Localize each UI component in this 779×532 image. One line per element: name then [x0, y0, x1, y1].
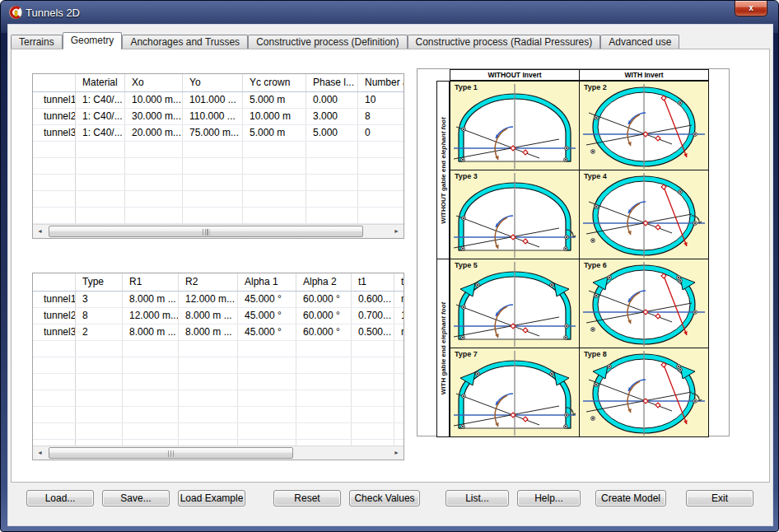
column-header[interactable]: Number a...: [358, 74, 404, 91]
row-header-cell[interactable]: tunnel3: [33, 324, 76, 340]
table-cell[interactable]: [243, 158, 306, 174]
table-cell[interactable]: 2: [76, 324, 123, 340]
load-button[interactable]: Load...: [26, 490, 94, 506]
table-cell[interactable]: 12.000 m...: [123, 308, 179, 324]
table-cell[interactable]: [394, 341, 404, 357]
load-example-button[interactable]: Load Example: [178, 490, 245, 506]
table-cell[interactable]: 8.000 m ...: [179, 324, 238, 340]
scrollbar-right-arrow-icon[interactable]: ►: [390, 225, 403, 238]
row-header-cell[interactable]: [33, 357, 76, 373]
table-cell[interactable]: [123, 374, 179, 390]
scrollbar-right-arrow-icon[interactable]: ►: [390, 446, 403, 460]
table-cell[interactable]: [306, 175, 358, 190]
table-cell[interactable]: [352, 357, 394, 373]
table-cell[interactable]: [358, 142, 404, 157]
table-cell[interactable]: 20.000 m...: [125, 125, 183, 141]
row-header-cell[interactable]: [33, 407, 76, 422]
column-header[interactable]: R2: [179, 273, 238, 291]
table-cell[interactable]: [238, 390, 296, 406]
table-cell[interactable]: [179, 423, 238, 439]
column-header[interactable]: Phase l...: [306, 74, 358, 91]
table-cell[interactable]: [76, 407, 123, 422]
table-cell[interactable]: [76, 390, 123, 406]
table-cell[interactable]: 1.0: [394, 308, 404, 324]
table-cell[interactable]: [238, 357, 296, 373]
row-header-cell[interactable]: [33, 390, 76, 406]
table-cell[interactable]: [296, 407, 352, 422]
column-header[interactable]: t1: [352, 273, 394, 291]
table-cell[interactable]: [394, 390, 404, 406]
column-header[interactable]: Alpha 2: [296, 273, 352, 291]
table-cell[interactable]: 45.000 °: [238, 292, 296, 307]
horizontal-scrollbar[interactable]: ◄►: [33, 224, 403, 238]
table-cell[interactable]: [306, 142, 358, 157]
table-cell[interactable]: 0.500...: [352, 324, 394, 340]
column-header[interactable]: [33, 74, 76, 91]
create-model-button[interactable]: Create Model: [595, 490, 666, 506]
table-cell[interactable]: [243, 142, 306, 157]
table-cell[interactable]: 60.000 °: [296, 292, 352, 307]
help-button[interactable]: Help...: [517, 490, 581, 506]
column-header[interactable]: Type: [76, 273, 123, 291]
table-cell[interactable]: [183, 208, 243, 223]
table-cell[interactable]: [238, 374, 296, 390]
table-cell[interactable]: [123, 423, 179, 439]
table-cell[interactable]: [76, 158, 125, 174]
tab-geometry[interactable]: Geometry: [63, 32, 123, 49]
table-cell[interactable]: 10.000 m: [243, 109, 306, 124]
table-cell[interactable]: [183, 158, 243, 174]
table-cell[interactable]: [238, 407, 296, 422]
table-cell[interactable]: [394, 374, 404, 390]
table-cell[interactable]: 30.000 m...: [125, 109, 183, 124]
table-cell[interactable]: [296, 341, 352, 357]
table-cell[interactable]: [352, 341, 394, 357]
table-cell[interactable]: [179, 357, 238, 373]
table-cell[interactable]: m: [394, 324, 404, 340]
table-cell[interactable]: 8.000 m ...: [123, 324, 179, 340]
title-bar[interactable]: Tunnels 2D x: [1, 1, 778, 24]
table-cell[interactable]: 0.700...: [352, 308, 394, 324]
table-cell[interactable]: 60.000 °: [296, 308, 352, 324]
table-cell[interactable]: [76, 341, 123, 357]
table-cell[interactable]: [358, 191, 404, 207]
row-header-cell[interactable]: [33, 158, 76, 174]
column-header[interactable]: Xo: [125, 74, 183, 91]
table-cell[interactable]: [125, 175, 183, 190]
table-cell[interactable]: [76, 191, 125, 207]
table-cell[interactable]: 8.000 m ...: [123, 292, 179, 307]
tab-anchorages-and-trusses[interactable]: Anchorages and Trusses: [122, 35, 248, 49]
table-cell[interactable]: [123, 341, 179, 357]
table-cell[interactable]: [243, 191, 306, 207]
table-cell[interactable]: [243, 175, 306, 190]
table-cell[interactable]: [76, 208, 125, 223]
table-cell[interactable]: 8.000 m ...: [179, 308, 238, 324]
scrollbar-thumb[interactable]: [49, 226, 363, 237]
list-button[interactable]: List...: [445, 490, 509, 506]
row-header-cell[interactable]: tunnel2: [33, 109, 76, 124]
table-cell[interactable]: [179, 407, 238, 422]
table-cell[interactable]: [76, 423, 123, 439]
column-header[interactable]: Alpha 1: [238, 273, 296, 291]
table-cell[interactable]: m: [394, 292, 404, 307]
table-cell[interactable]: 10.000 m...: [125, 92, 183, 108]
table-cell[interactable]: [238, 423, 296, 439]
table-cell[interactable]: 8: [76, 308, 123, 324]
table-cell[interactable]: [123, 357, 179, 373]
table-cell[interactable]: [125, 191, 183, 207]
table-cell[interactable]: 75.000 m...: [183, 125, 243, 141]
tab-advanced-use[interactable]: Advanced use: [600, 35, 679, 49]
row-header-cell[interactable]: tunnel1: [33, 292, 76, 307]
close-button[interactable]: x: [735, 1, 767, 16]
table-cell[interactable]: [183, 175, 243, 190]
table-cell[interactable]: 8: [358, 109, 404, 124]
table-cell[interactable]: 1: C40/...: [76, 109, 125, 124]
table-cell[interactable]: [352, 374, 394, 390]
table-cell[interactable]: 101.000 ...: [183, 92, 243, 108]
table-cell[interactable]: [123, 407, 179, 422]
table-cell[interactable]: 12.000 m...: [179, 292, 238, 307]
row-header-cell[interactable]: tunnel3: [33, 125, 76, 141]
exit-button[interactable]: Exit: [686, 490, 753, 506]
column-header[interactable]: t2: [394, 273, 404, 291]
table-cell[interactable]: 10: [358, 92, 404, 108]
table-cell[interactable]: [352, 423, 394, 439]
